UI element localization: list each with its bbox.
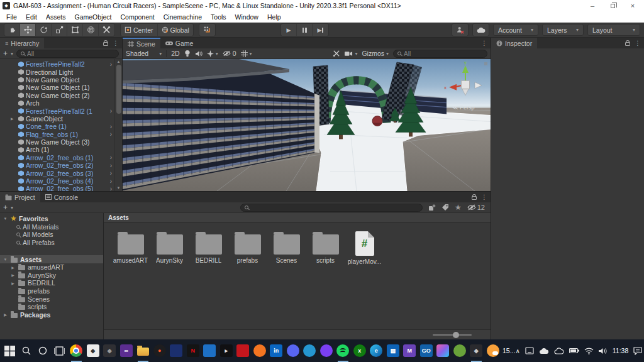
favorites-search-icon[interactable]: ★ — [455, 204, 462, 211]
kebab-menu-icon[interactable]: ⋮ — [481, 194, 487, 200]
layout-dropdown[interactable]: Layout▾ — [587, 24, 640, 36]
scene-viewport[interactable]: y x ≪ Persp — [123, 59, 491, 191]
effects-dropdown[interactable]: ▾ — [207, 50, 218, 57]
taskbar-unity-editor-icon[interactable]: ◆ — [468, 339, 485, 362]
tab-console[interactable]: Console — [40, 192, 84, 202]
expander-icon[interactable]: ▶ — [10, 273, 16, 277]
hierarchy-item-new-game-object-1[interactable]: New Game Object (1) — [0, 84, 114, 91]
hierarchy-item-arch-1[interactable]: Arch (1) — [0, 146, 114, 153]
cloud-icon[interactable] — [473, 24, 489, 36]
custom-tools-icon[interactable] — [99, 24, 114, 36]
lock-icon[interactable] — [103, 42, 108, 46]
hierarchy-item-directional-light[interactable]: Directional Light — [0, 68, 114, 75]
expander-icon[interactable]: ▶ — [3, 312, 8, 317]
thumbnail-zoom-slider[interactable] — [433, 334, 472, 336]
hand-tool-icon[interactable] — [4, 24, 20, 36]
taskbar-app-green-circle-icon[interactable] — [452, 339, 469, 362]
lock-icon[interactable] — [472, 196, 477, 200]
orientation-toggle-button[interactable]: Global — [158, 24, 193, 36]
prefab-open-arrow-icon[interactable]: › — [110, 178, 114, 185]
kebab-menu-icon[interactable]: ⋮ — [635, 40, 641, 47]
prefab-open-arrow-icon[interactable]: › — [110, 107, 114, 114]
hierarchy-item-new-game-object-3[interactable]: New Game Object (3) — [0, 138, 114, 146]
menu-gameobject[interactable]: GameObject — [70, 13, 116, 21]
project-tree-prefabs[interactable]: prefabs — [0, 287, 103, 295]
scene-search[interactable] — [393, 50, 487, 58]
project-tree-all-prefabs[interactable]: All Prefabs — [0, 239, 103, 247]
move-tool-icon[interactable] — [20, 24, 36, 36]
clock[interactable]: 11:38 — [613, 347, 629, 354]
search-by-label-icon[interactable] — [441, 204, 449, 211]
taskbar-chrome-icon[interactable] — [68, 339, 85, 362]
task-view-icon[interactable] — [52, 339, 69, 362]
prefab-open-arrow-icon[interactable]: › — [110, 185, 114, 191]
hierarchy-item-arrow-02-free-obs-3[interactable]: Arrow_02_free_obs (3)› — [0, 169, 114, 177]
create-menu-button[interactable]: + — [3, 50, 8, 57]
grid-snap-icon[interactable] — [199, 24, 215, 36]
taskbar-app-red-icon[interactable] — [235, 339, 252, 362]
hierarchy-item-cone-free-1[interactable]: Cone_free (1)› — [0, 123, 114, 130]
taskbar-app-blue-design-icon[interactable] — [201, 339, 218, 362]
project-search-input[interactable] — [251, 204, 418, 211]
account-dropdown[interactable]: Account▾ — [493, 24, 538, 36]
prefab-open-arrow-icon[interactable]: › — [110, 162, 114, 169]
menu-help[interactable]: Help — [263, 13, 286, 21]
project-tree-favorites[interactable]: ▼★Favorites — [0, 215, 103, 223]
hierarchy-item-arrow-02-free-obs-4[interactable]: Arrow_02_free_obs (4)› — [0, 177, 114, 185]
hierarchy-item-arrow-02-free-obs-1[interactable]: Arrow_02_free_obs (1)› — [0, 154, 114, 162]
expander-icon[interactable]: ▶ — [10, 265, 16, 270]
rotate-tool-icon[interactable] — [36, 24, 52, 36]
hidden-count-toggle[interactable]: 12 — [467, 204, 485, 211]
volume-icon[interactable] — [599, 348, 608, 354]
taskbar-discord-icon[interactable] — [285, 339, 302, 362]
slider-thumb[interactable] — [453, 332, 459, 338]
taskbar-app-dark-orange-icon[interactable]: ● — [152, 339, 169, 362]
weather-temperature[interactable]: 15... — [502, 347, 515, 354]
hierarchy-item-new-game-object[interactable]: New Game Object — [0, 76, 114, 84]
scroll-up-icon[interactable]: ▲ — [117, 59, 121, 65]
hierarchy-search-input[interactable] — [27, 50, 114, 57]
asset-aurynsky[interactable]: AurynSky — [152, 230, 187, 264]
kebab-menu-icon[interactable]: ⋮ — [113, 40, 119, 47]
create-menu-caret[interactable]: ▾ — [11, 51, 13, 57]
asset-prefabs[interactable]: prefabs — [230, 230, 265, 264]
onedrive-icon[interactable] — [539, 348, 549, 354]
tab-game[interactable]: Game — [160, 38, 199, 48]
pivot-toggle-button[interactable]: Center — [121, 24, 158, 36]
shading-mode-dropdown[interactable]: Shaded▾ — [126, 50, 162, 57]
taskbar-crunchyroll-icon[interactable] — [252, 339, 269, 362]
hidden-objects-toggle[interactable]: 0 — [223, 50, 236, 57]
taskbar-app-m-icon[interactable]: M — [401, 339, 418, 362]
taskbar-unity-hub-icon[interactable]: ◆ — [85, 339, 102, 362]
taskbar-app-tv-icon[interactable]: ▸ — [218, 339, 235, 362]
tab-scene[interactable]: Scene — [123, 38, 160, 48]
project-tree-assets[interactable]: ▼Assets — [0, 255, 103, 263]
taskbar-file-explorer-icon[interactable] — [135, 339, 152, 362]
play-button[interactable]: ▶ — [281, 24, 297, 36]
2d-toggle[interactable]: 2D — [171, 50, 179, 57]
taskbar-paint-3d-icon[interactable] — [435, 339, 452, 362]
menu-tools[interactable]: Tools — [206, 13, 231, 21]
tablet-mode-icon[interactable] — [525, 347, 534, 354]
project-tree-scripts[interactable]: scripts — [0, 303, 103, 311]
scrollbar-thumb[interactable] — [116, 65, 121, 114]
menu-edit[interactable]: Edit — [21, 13, 42, 21]
taskbar-search-icon[interactable] — [18, 339, 35, 362]
asset-amusedart[interactable]: amusedART — [113, 230, 148, 264]
scroll-down-icon[interactable]: ▼ — [117, 185, 121, 191]
step-button[interactable]: ▶ — [313, 24, 328, 36]
kebab-menu-icon[interactable]: ⋮ — [481, 40, 487, 47]
menu-window[interactable]: Window — [231, 13, 263, 21]
taskbar-app-dark-1-icon[interactable]: ◆ — [101, 339, 118, 362]
search-by-type-icon[interactable] — [428, 204, 436, 211]
project-tree-all-materials[interactable]: All Materials — [0, 223, 103, 231]
project-search[interactable] — [240, 204, 423, 212]
audio-toggle-icon[interactable] — [195, 50, 203, 57]
rect-tool-icon[interactable] — [67, 24, 83, 36]
lighting-toggle-icon[interactable] — [184, 50, 191, 57]
battery-icon[interactable] — [569, 348, 579, 354]
cortana-icon[interactable] — [35, 339, 52, 362]
project-tree-scenes[interactable]: Scenes — [0, 295, 103, 303]
menu-file[interactable]: File — [2, 13, 21, 21]
scene-search-input[interactable] — [404, 50, 483, 57]
